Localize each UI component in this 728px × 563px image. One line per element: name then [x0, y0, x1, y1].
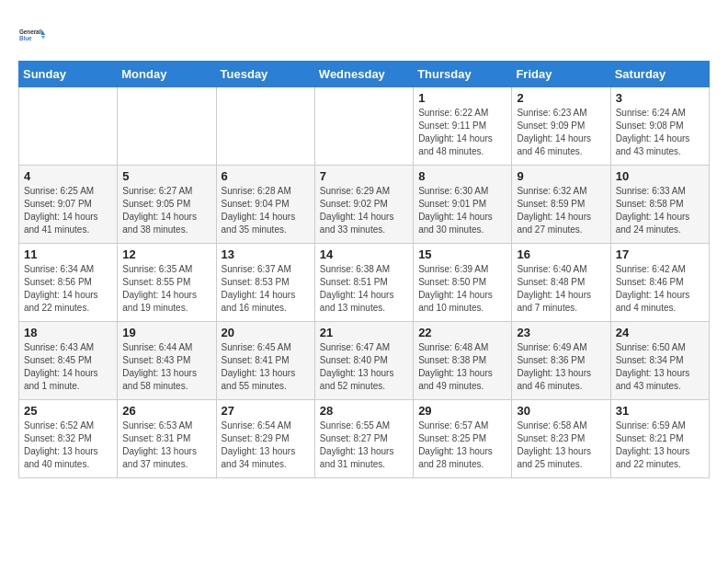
- calendar-cell: 12Sunrise: 6:35 AM Sunset: 8:55 PM Dayli…: [118, 244, 216, 322]
- day-number: 29: [418, 404, 506, 418]
- day-info: Sunrise: 6:58 AM Sunset: 8:23 PM Dayligh…: [517, 419, 605, 471]
- day-info: Sunrise: 6:57 AM Sunset: 8:25 PM Dayligh…: [418, 419, 506, 471]
- svg-marker-2: [41, 29, 46, 35]
- calendar-cell: 14Sunrise: 6:38 AM Sunset: 8:51 PM Dayli…: [314, 244, 413, 322]
- calendar-cell: 28Sunrise: 6:55 AM Sunset: 8:27 PM Dayli…: [314, 400, 413, 478]
- column-header-friday: Friday: [512, 62, 610, 87]
- day-info: Sunrise: 6:53 AM Sunset: 8:31 PM Dayligh…: [122, 419, 210, 471]
- calendar-week-5: 25Sunrise: 6:52 AM Sunset: 8:32 PM Dayli…: [19, 400, 710, 478]
- logo-icon: GeneralBlue: [18, 18, 51, 52]
- calendar-cell: 27Sunrise: 6:54 AM Sunset: 8:29 PM Dayli…: [216, 400, 314, 478]
- day-info: Sunrise: 6:37 AM Sunset: 8:53 PM Dayligh…: [222, 263, 310, 315]
- day-info: Sunrise: 6:24 AM Sunset: 9:08 PM Dayligh…: [616, 107, 704, 158]
- day-info: Sunrise: 6:39 AM Sunset: 8:50 PM Dayligh…: [418, 263, 506, 315]
- day-number: 24: [616, 326, 704, 339]
- day-info: Sunrise: 6:38 AM Sunset: 8:51 PM Dayligh…: [320, 263, 408, 315]
- day-number: 25: [24, 404, 112, 418]
- day-number: 28: [320, 404, 408, 418]
- calendar-cell: 11Sunrise: 6:34 AM Sunset: 8:56 PM Dayli…: [19, 244, 118, 322]
- day-info: Sunrise: 6:28 AM Sunset: 9:04 PM Dayligh…: [222, 185, 310, 236]
- calendar-cell: 8Sunrise: 6:30 AM Sunset: 9:01 PM Daylig…: [414, 166, 512, 244]
- calendar-cell: 3Sunrise: 6:24 AM Sunset: 9:08 PM Daylig…: [610, 87, 709, 166]
- calendar-cell: 5Sunrise: 6:27 AM Sunset: 9:05 PM Daylig…: [118, 166, 216, 244]
- day-info: Sunrise: 6:54 AM Sunset: 8:29 PM Dayligh…: [222, 419, 310, 471]
- day-number: 23: [517, 326, 605, 339]
- calendar-cell: 24Sunrise: 6:50 AM Sunset: 8:34 PM Dayli…: [610, 322, 709, 400]
- day-number: 7: [320, 169, 408, 183]
- svg-text:General: General: [19, 29, 41, 35]
- calendar-cell: 1Sunrise: 6:22 AM Sunset: 9:11 PM Daylig…: [414, 87, 512, 166]
- calendar-week-3: 11Sunrise: 6:34 AM Sunset: 8:56 PM Dayli…: [19, 244, 710, 322]
- calendar-cell: [216, 87, 314, 166]
- day-info: Sunrise: 6:42 AM Sunset: 8:46 PM Dayligh…: [616, 263, 704, 315]
- header-row: SundayMondayTuesdayWednesdayThursdayFrid…: [19, 62, 710, 87]
- day-info: Sunrise: 6:29 AM Sunset: 9:02 PM Dayligh…: [320, 185, 408, 236]
- day-info: Sunrise: 6:23 AM Sunset: 9:09 PM Dayligh…: [517, 107, 605, 158]
- day-number: 18: [24, 326, 112, 339]
- logo: GeneralBlue: [18, 18, 51, 52]
- day-number: 4: [24, 169, 112, 183]
- day-number: 6: [222, 169, 310, 183]
- day-number: 30: [517, 404, 605, 418]
- column-header-sunday: Sunday: [19, 62, 118, 87]
- day-number: 19: [122, 326, 210, 339]
- calendar-cell: [118, 87, 216, 166]
- day-number: 3: [616, 91, 704, 105]
- day-number: 15: [418, 247, 506, 261]
- calendar-cell: 9Sunrise: 6:32 AM Sunset: 8:59 PM Daylig…: [512, 166, 610, 244]
- day-info: Sunrise: 6:40 AM Sunset: 8:48 PM Dayligh…: [517, 263, 605, 315]
- day-info: Sunrise: 6:32 AM Sunset: 8:59 PM Dayligh…: [517, 185, 605, 236]
- day-number: 14: [320, 247, 408, 261]
- calendar-cell: 21Sunrise: 6:47 AM Sunset: 8:40 PM Dayli…: [314, 322, 413, 400]
- calendar-cell: 29Sunrise: 6:57 AM Sunset: 8:25 PM Dayli…: [414, 400, 512, 478]
- day-info: Sunrise: 6:30 AM Sunset: 9:01 PM Dayligh…: [418, 185, 506, 236]
- day-info: Sunrise: 6:59 AM Sunset: 8:21 PM Dayligh…: [616, 419, 704, 471]
- calendar-cell: [19, 87, 118, 166]
- day-info: Sunrise: 6:49 AM Sunset: 8:36 PM Dayligh…: [517, 341, 605, 393]
- day-info: Sunrise: 6:44 AM Sunset: 8:43 PM Dayligh…: [122, 341, 210, 393]
- day-number: 2: [517, 91, 605, 105]
- calendar-cell: 19Sunrise: 6:44 AM Sunset: 8:43 PM Dayli…: [118, 322, 216, 400]
- day-number: 8: [418, 169, 506, 183]
- calendar-week-4: 18Sunrise: 6:43 AM Sunset: 8:45 PM Dayli…: [19, 322, 710, 400]
- day-number: 20: [222, 326, 310, 339]
- calendar-cell: 31Sunrise: 6:59 AM Sunset: 8:21 PM Dayli…: [610, 400, 709, 478]
- day-info: Sunrise: 6:35 AM Sunset: 8:55 PM Dayligh…: [122, 263, 210, 315]
- calendar-cell: 18Sunrise: 6:43 AM Sunset: 8:45 PM Dayli…: [19, 322, 118, 400]
- column-header-thursday: Thursday: [414, 62, 512, 87]
- day-number: 11: [24, 247, 112, 261]
- calendar-cell: 30Sunrise: 6:58 AM Sunset: 8:23 PM Dayli…: [512, 400, 610, 478]
- calendar-cell: 20Sunrise: 6:45 AM Sunset: 8:41 PM Dayli…: [216, 322, 314, 400]
- day-info: Sunrise: 6:47 AM Sunset: 8:40 PM Dayligh…: [320, 341, 408, 393]
- day-info: Sunrise: 6:33 AM Sunset: 8:58 PM Dayligh…: [616, 185, 704, 236]
- page-header: GeneralBlue: [18, 18, 710, 52]
- calendar-cell: 26Sunrise: 6:53 AM Sunset: 8:31 PM Dayli…: [118, 400, 216, 478]
- day-info: Sunrise: 6:55 AM Sunset: 8:27 PM Dayligh…: [320, 419, 408, 471]
- day-number: 31: [616, 404, 704, 418]
- day-number: 17: [616, 247, 704, 261]
- day-info: Sunrise: 6:25 AM Sunset: 9:07 PM Dayligh…: [24, 185, 112, 236]
- calendar-week-1: 1Sunrise: 6:22 AM Sunset: 9:11 PM Daylig…: [19, 87, 710, 166]
- day-info: Sunrise: 6:50 AM Sunset: 8:34 PM Dayligh…: [616, 341, 704, 393]
- calendar-cell: 22Sunrise: 6:48 AM Sunset: 8:38 PM Dayli…: [414, 322, 512, 400]
- svg-marker-3: [41, 36, 46, 40]
- day-number: 26: [122, 404, 210, 418]
- day-number: 27: [222, 404, 310, 418]
- day-number: 13: [222, 247, 310, 261]
- day-number: 12: [122, 247, 210, 261]
- day-info: Sunrise: 6:48 AM Sunset: 8:38 PM Dayligh…: [418, 341, 506, 393]
- day-number: 21: [320, 326, 408, 339]
- calendar-cell: 17Sunrise: 6:42 AM Sunset: 8:46 PM Dayli…: [610, 244, 709, 322]
- calendar-cell: 2Sunrise: 6:23 AM Sunset: 9:09 PM Daylig…: [512, 87, 610, 166]
- calendar-table: SundayMondayTuesdayWednesdayThursdayFrid…: [18, 61, 710, 478]
- calendar-cell: 16Sunrise: 6:40 AM Sunset: 8:48 PM Dayli…: [512, 244, 610, 322]
- day-info: Sunrise: 6:52 AM Sunset: 8:32 PM Dayligh…: [24, 419, 112, 471]
- calendar-cell: 7Sunrise: 6:29 AM Sunset: 9:02 PM Daylig…: [314, 166, 413, 244]
- day-info: Sunrise: 6:27 AM Sunset: 9:05 PM Dayligh…: [122, 185, 210, 236]
- calendar-cell: 4Sunrise: 6:25 AM Sunset: 9:07 PM Daylig…: [19, 166, 118, 244]
- day-info: Sunrise: 6:43 AM Sunset: 8:45 PM Dayligh…: [24, 341, 112, 393]
- column-header-wednesday: Wednesday: [314, 62, 413, 87]
- day-number: 9: [517, 169, 605, 183]
- calendar-cell: 6Sunrise: 6:28 AM Sunset: 9:04 PM Daylig…: [216, 166, 314, 244]
- day-number: 5: [122, 169, 210, 183]
